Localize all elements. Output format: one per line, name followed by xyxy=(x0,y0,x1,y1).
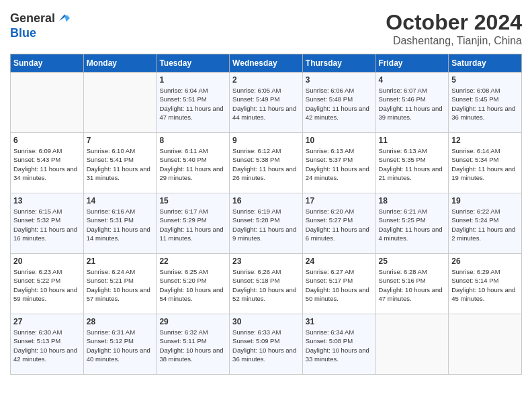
logo-bird-icon xyxy=(56,10,73,26)
day-number: 13 xyxy=(13,196,81,205)
day-number: 22 xyxy=(159,257,226,266)
location-title: Dashentang, Tianjin, China xyxy=(386,35,522,47)
day-number: 7 xyxy=(87,136,154,145)
day-cell: 3Sunrise: 6:06 AM Sunset: 5:48 PM Daylig… xyxy=(302,73,375,133)
day-info: Sunrise: 6:09 AM Sunset: 5:43 PM Dayligh… xyxy=(13,146,81,182)
day-info: Sunrise: 6:05 AM Sunset: 5:49 PM Dayligh… xyxy=(232,86,300,122)
day-cell: 17Sunrise: 6:20 AM Sunset: 5:27 PM Dayli… xyxy=(302,193,375,254)
day-cell: 11Sunrise: 6:13 AM Sunset: 5:35 PM Dayli… xyxy=(375,133,449,193)
day-info: Sunrise: 6:28 AM Sunset: 5:16 PM Dayligh… xyxy=(379,267,446,303)
day-info: Sunrise: 6:20 AM Sunset: 5:27 PM Dayligh… xyxy=(306,207,373,242)
day-cell: 12Sunrise: 6:14 AM Sunset: 5:34 PM Dayli… xyxy=(449,133,522,193)
day-info: Sunrise: 6:14 AM Sunset: 5:34 PM Dayligh… xyxy=(451,146,519,182)
day-number: 21 xyxy=(87,257,154,266)
day-info: Sunrise: 6:32 AM Sunset: 5:11 PM Dayligh… xyxy=(159,328,226,363)
weekday-header-row: SundayMondayTuesdayWednesdayThursdayFrid… xyxy=(11,54,522,73)
day-info: Sunrise: 6:29 AM Sunset: 5:14 PM Dayligh… xyxy=(451,267,519,303)
day-cell: 15Sunrise: 6:17 AM Sunset: 5:29 PM Dayli… xyxy=(157,193,230,254)
day-info: Sunrise: 6:04 AM Sunset: 5:51 PM Dayligh… xyxy=(159,86,226,122)
day-cell: 19Sunrise: 6:22 AM Sunset: 5:24 PM Dayli… xyxy=(449,193,522,254)
day-cell: 10Sunrise: 6:13 AM Sunset: 5:37 PM Dayli… xyxy=(302,133,375,193)
weekday-header-sunday: Sunday xyxy=(11,54,84,73)
day-cell: 16Sunrise: 6:19 AM Sunset: 5:28 PM Dayli… xyxy=(230,193,303,254)
day-number: 28 xyxy=(87,317,154,326)
day-cell: 31Sunrise: 6:34 AM Sunset: 5:08 PM Dayli… xyxy=(302,314,375,375)
page-header: General Blue October 2024 Dashentang, Ti… xyxy=(10,10,522,47)
day-cell: 26Sunrise: 6:29 AM Sunset: 5:14 PM Dayli… xyxy=(449,254,522,314)
day-number: 2 xyxy=(232,75,300,85)
weekday-header-tuesday: Tuesday xyxy=(157,54,230,73)
day-number: 26 xyxy=(451,257,519,266)
day-number: 27 xyxy=(13,317,81,326)
day-number: 25 xyxy=(379,257,446,266)
day-number: 16 xyxy=(232,196,300,205)
weekday-header-thursday: Thursday xyxy=(302,54,375,73)
day-cell: 25Sunrise: 6:28 AM Sunset: 5:16 PM Dayli… xyxy=(375,254,449,314)
weekday-header-monday: Monday xyxy=(83,54,157,73)
day-info: Sunrise: 6:17 AM Sunset: 5:29 PM Dayligh… xyxy=(159,207,226,242)
day-number: 5 xyxy=(451,75,519,85)
day-number: 30 xyxy=(232,317,300,326)
month-title: October 2024 xyxy=(386,10,522,35)
day-number: 9 xyxy=(232,136,300,145)
day-cell: 29Sunrise: 6:32 AM Sunset: 5:11 PM Dayli… xyxy=(157,314,230,375)
day-info: Sunrise: 6:23 AM Sunset: 5:22 PM Dayligh… xyxy=(13,267,81,303)
day-info: Sunrise: 6:30 AM Sunset: 5:13 PM Dayligh… xyxy=(13,328,81,363)
logo: General Blue xyxy=(10,10,73,40)
day-info: Sunrise: 6:25 AM Sunset: 5:20 PM Dayligh… xyxy=(159,267,226,303)
day-cell: 8Sunrise: 6:11 AM Sunset: 5:40 PM Daylig… xyxy=(157,133,230,193)
day-number: 17 xyxy=(306,196,373,205)
day-info: Sunrise: 6:10 AM Sunset: 5:41 PM Dayligh… xyxy=(87,146,154,182)
day-number: 4 xyxy=(379,75,446,85)
weekday-header-wednesday: Wednesday xyxy=(230,54,303,73)
day-cell xyxy=(375,314,449,375)
day-number: 19 xyxy=(451,196,519,205)
day-info: Sunrise: 6:08 AM Sunset: 5:45 PM Dayligh… xyxy=(451,86,519,122)
week-row-4: 20Sunrise: 6:23 AM Sunset: 5:22 PM Dayli… xyxy=(11,254,522,314)
day-info: Sunrise: 6:31 AM Sunset: 5:12 PM Dayligh… xyxy=(87,328,154,363)
logo-blue-text: Blue xyxy=(10,26,36,40)
svg-marker-1 xyxy=(64,14,70,21)
day-info: Sunrise: 6:27 AM Sunset: 5:17 PM Dayligh… xyxy=(306,267,373,303)
day-cell: 9Sunrise: 6:12 AM Sunset: 5:38 PM Daylig… xyxy=(230,133,303,193)
day-cell xyxy=(11,73,84,133)
day-info: Sunrise: 6:22 AM Sunset: 5:24 PM Dayligh… xyxy=(451,207,519,242)
day-info: Sunrise: 6:34 AM Sunset: 5:08 PM Dayligh… xyxy=(306,328,373,363)
day-number: 31 xyxy=(306,317,373,326)
day-number: 14 xyxy=(87,196,154,205)
week-row-1: 1Sunrise: 6:04 AM Sunset: 5:51 PM Daylig… xyxy=(11,73,522,133)
day-number: 20 xyxy=(13,257,81,266)
day-cell: 18Sunrise: 6:21 AM Sunset: 5:25 PM Dayli… xyxy=(375,193,449,254)
day-number: 12 xyxy=(451,136,519,145)
day-info: Sunrise: 6:33 AM Sunset: 5:09 PM Dayligh… xyxy=(232,328,300,363)
day-number: 29 xyxy=(159,317,226,326)
calendar-body: 1Sunrise: 6:04 AM Sunset: 5:51 PM Daylig… xyxy=(11,73,522,375)
day-cell: 28Sunrise: 6:31 AM Sunset: 5:12 PM Dayli… xyxy=(83,314,157,375)
day-cell: 20Sunrise: 6:23 AM Sunset: 5:22 PM Dayli… xyxy=(11,254,84,314)
day-cell: 24Sunrise: 6:27 AM Sunset: 5:17 PM Dayli… xyxy=(302,254,375,314)
day-number: 15 xyxy=(159,196,226,205)
day-number: 10 xyxy=(306,136,373,145)
day-number: 3 xyxy=(306,75,373,85)
day-number: 23 xyxy=(232,257,300,266)
day-cell xyxy=(83,73,157,133)
day-cell: 22Sunrise: 6:25 AM Sunset: 5:20 PM Dayli… xyxy=(157,254,230,314)
day-number: 11 xyxy=(379,136,446,145)
day-cell: 7Sunrise: 6:10 AM Sunset: 5:41 PM Daylig… xyxy=(83,133,157,193)
day-cell: 2Sunrise: 6:05 AM Sunset: 5:49 PM Daylig… xyxy=(230,73,303,133)
weekday-header-friday: Friday xyxy=(375,54,449,73)
day-info: Sunrise: 6:07 AM Sunset: 5:46 PM Dayligh… xyxy=(379,86,446,122)
day-info: Sunrise: 6:26 AM Sunset: 5:18 PM Dayligh… xyxy=(232,267,300,303)
day-cell: 14Sunrise: 6:16 AM Sunset: 5:31 PM Dayli… xyxy=(83,193,157,254)
day-info: Sunrise: 6:11 AM Sunset: 5:40 PM Dayligh… xyxy=(159,146,226,182)
day-cell: 27Sunrise: 6:30 AM Sunset: 5:13 PM Dayli… xyxy=(11,314,84,375)
day-number: 1 xyxy=(159,75,226,85)
day-cell: 5Sunrise: 6:08 AM Sunset: 5:45 PM Daylig… xyxy=(449,73,522,133)
day-cell: 4Sunrise: 6:07 AM Sunset: 5:46 PM Daylig… xyxy=(375,73,449,133)
day-info: Sunrise: 6:24 AM Sunset: 5:21 PM Dayligh… xyxy=(87,267,154,303)
day-info: Sunrise: 6:16 AM Sunset: 5:31 PM Dayligh… xyxy=(87,207,154,242)
day-info: Sunrise: 6:15 AM Sunset: 5:32 PM Dayligh… xyxy=(13,207,81,242)
day-info: Sunrise: 6:06 AM Sunset: 5:48 PM Dayligh… xyxy=(306,86,373,122)
day-number: 8 xyxy=(159,136,226,145)
day-cell: 21Sunrise: 6:24 AM Sunset: 5:21 PM Dayli… xyxy=(83,254,157,314)
